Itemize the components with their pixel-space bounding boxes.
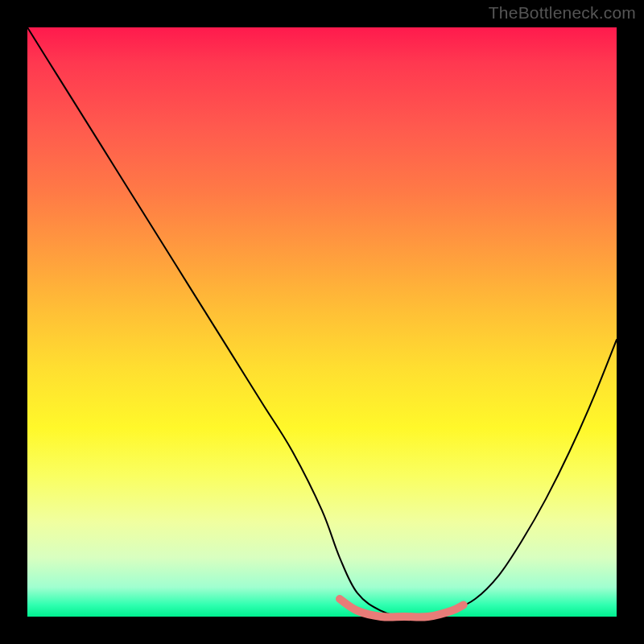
chart-container: TheBottleneck.com <box>0 0 644 644</box>
watermark-text: TheBottleneck.com <box>489 3 636 23</box>
curve-svg <box>27 27 617 617</box>
highlight-band <box>340 599 464 617</box>
bottleneck-curve <box>27 27 617 617</box>
plot-area <box>27 27 617 617</box>
